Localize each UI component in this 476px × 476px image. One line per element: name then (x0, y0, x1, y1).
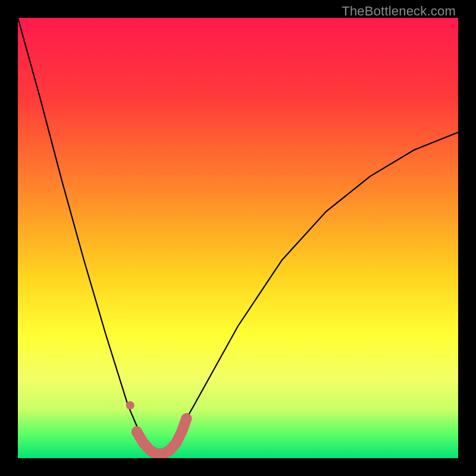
bottleneck-curve (18, 18, 458, 458)
marker-dot (126, 401, 134, 409)
marker-dot (176, 427, 187, 437)
plot-area (18, 18, 458, 458)
chart-frame: TheBottleneck.com (0, 0, 476, 476)
marker-dot (171, 437, 181, 448)
marker-dot (131, 427, 142, 437)
marker-dot (181, 413, 192, 424)
watermark-text: TheBottleneck.com (342, 4, 456, 19)
curve-overlay (18, 18, 458, 458)
highlighted-range (126, 401, 192, 458)
